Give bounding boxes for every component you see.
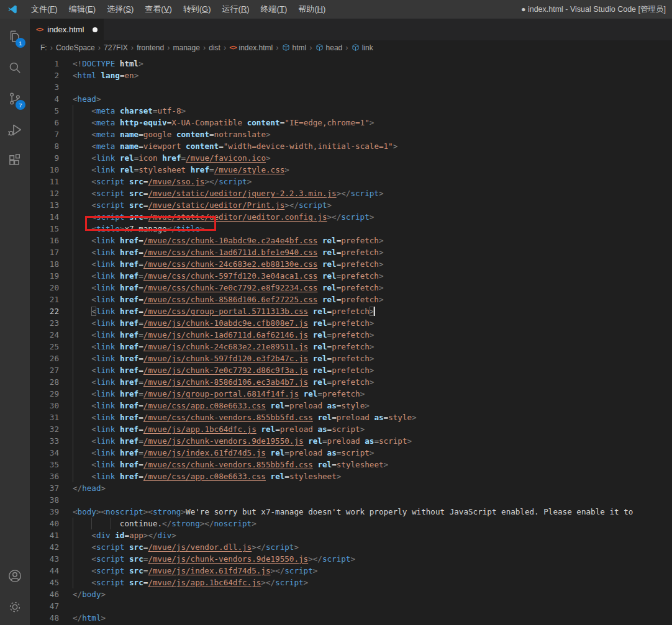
line-number-43[interactable]: 43 [30,553,59,565]
code-line-16[interactable]: 16 <link href=/mvue/css/chunk-10abdc9e.c… [30,235,672,246]
code-line-22[interactable]: 22 <link href=/mvue/css/group-portal.571… [30,305,672,317]
code-line-8[interactable]: 8 <meta name=viewport content="width=dev… [30,140,672,152]
menu-edit[interactable]: 编辑(E) [63,2,101,17]
code-line-9[interactable]: 9 <link rel=icon href=/mvue/favicon.ico> [30,152,672,164]
line-number-38[interactable]: 38 [30,494,59,506]
code-line-34[interactable]: 34 <link href=/mvue/js/index.61fd74d5.js… [30,447,672,459]
code-line-36[interactable]: 36 <link href=/mvue/css/app.c08e6633.css… [30,470,672,482]
line-number-44[interactable]: 44 [30,565,59,577]
code-line-15[interactable]: 15 <title>x7-manage</title> [30,223,672,235]
code-line-5[interactable]: 5 <meta charset=utf-8> [30,105,672,117]
line-number-26[interactable]: 26 [30,353,59,364]
line-number-32[interactable]: 32 [30,423,59,435]
code-line-13[interactable]: 13 <script src=/mvue/static/ueditor/Prin… [30,199,672,211]
code-line-18[interactable]: 18 <link href=/mvue/css/chunk-24c683e2.e… [30,258,672,270]
line-number-4[interactable]: 4 [30,93,59,105]
explorer-icon[interactable]: 1 [0,21,30,52]
code-line-38[interactable]: 38 [30,494,672,506]
line-number-25[interactable]: 25 [30,341,59,353]
line-number-28[interactable]: 28 [30,376,59,388]
code-line-11[interactable]: 11 <script src=/mvue/sso.js></script> [30,176,672,187]
line-number-24[interactable]: 24 [30,329,59,341]
menu-help[interactable]: 帮助(H) [293,2,331,17]
line-number-18[interactable]: 18 [30,258,59,270]
line-number-40[interactable]: 40 [30,518,59,529]
line-number-17[interactable]: 17 [30,246,59,258]
breadcrumb-segment-f[interactable]: F: [40,43,47,52]
line-number-34[interactable]: 34 [30,447,59,459]
code-line-30[interactable]: 30 <link href=/mvue/css/app.c08e6633.css… [30,400,672,411]
line-number-7[interactable]: 7 [30,128,59,140]
code-line-21[interactable]: 21 <link href=/mvue/css/chunk-8586d106.6… [30,294,672,305]
code-line-27[interactable]: 27 <link href=/mvue/js/chunk-7e0c7792.d8… [30,364,672,376]
breadcrumb-segment-head[interactable]: head [316,43,343,52]
code-line-25[interactable]: 25 <link href=/mvue/js/chunk-24c683e2.21… [30,341,672,353]
code-line-44[interactable]: 44 <script src=/mvue/js/index.61fd74d5.j… [30,565,672,577]
settings-gear-icon[interactable] [0,591,30,623]
line-number-14[interactable]: 14 [30,211,59,223]
code-line-37[interactable]: 37</head> [30,482,672,494]
code-line-46[interactable]: 46</body> [30,588,672,600]
code-line-31[interactable]: 31 <link href=/mvue/css/chunk-vendors.85… [30,411,672,423]
code-line-48[interactable]: 48</html> [30,612,672,624]
line-number-20[interactable]: 20 [30,282,59,294]
code-line-28[interactable]: 28 <link href=/mvue/js/chunk-8586d106.ec… [30,376,672,388]
line-number-3[interactable]: 3 [30,81,59,93]
line-number-22[interactable]: 22 [30,305,59,317]
line-number-31[interactable]: 31 [30,411,59,423]
line-number-48[interactable]: 48 [30,612,59,624]
line-number-47[interactable]: 47 [30,600,59,612]
line-number-23[interactable]: 23 [30,317,59,329]
code-line-1[interactable]: 1<!DOCTYPE html> [30,58,672,70]
tab-index-html[interactable]: <> index.html [30,19,104,40]
code-line-20[interactable]: 20 <link href=/mvue/css/chunk-7e0c7792.e… [30,282,672,294]
breadcrumb-segment-manage[interactable]: manage [173,43,200,52]
extensions-icon[interactable] [0,145,30,176]
line-number-19[interactable]: 19 [30,270,59,282]
line-number-10[interactable]: 10 [30,164,59,176]
line-number-36[interactable]: 36 [30,470,59,482]
line-number-11[interactable]: 11 [30,176,59,187]
line-number-2[interactable]: 2 [30,70,59,81]
code-line-7[interactable]: 7 <meta name=google content=notranslate> [30,128,672,140]
code-line-29[interactable]: 29 <link href=/mvue/js/group-portal.6814… [30,388,672,400]
menu-goto[interactable]: 转到(G) [178,2,217,17]
breadcrumb-segment-html[interactable]: html [282,43,307,52]
code-line-39[interactable]: 39<body><noscript><strong>We're sorry bu… [30,506,672,518]
breadcrumb-segment-dist[interactable]: dist [209,43,220,52]
line-number-33[interactable]: 33 [30,435,59,447]
code-line-2[interactable]: 2<html lang=en> [30,70,672,81]
code-line-26[interactable]: 26 <link href=/mvue/js/chunk-597fd120.e3… [30,353,672,364]
code-line-40[interactable]: 40 continue.</strong></noscript> [30,518,672,529]
code-line-4[interactable]: 4<head> [30,93,672,105]
code-line-42[interactable]: 42 <script src=/mvue/js/vendor.dll.js></… [30,541,672,553]
code-editor[interactable]: 1<!DOCTYPE html>2<html lang=en>34<head>5… [30,55,672,625]
line-number-1[interactable]: 1 [30,58,59,70]
code-line-12[interactable]: 12 <script src=/mvue/static/ueditor/jque… [30,187,672,199]
line-number-13[interactable]: 13 [30,199,59,211]
line-number-35[interactable]: 35 [30,459,59,470]
line-number-5[interactable]: 5 [30,105,59,117]
code-line-41[interactable]: 41 <div id=app></div> [30,529,672,541]
line-number-16[interactable]: 16 [30,235,59,246]
code-line-6[interactable]: 6 <meta http-equiv=X-UA-Compatible conte… [30,117,672,128]
breadcrumb-segment-codespace[interactable]: CodeSpace [56,43,95,52]
source-control-icon[interactable]: 7 [0,83,30,114]
code-line-17[interactable]: 17 <link href=/mvue/css/chunk-1ad6711d.b… [30,246,672,258]
line-number-39[interactable]: 39 [30,506,59,518]
code-line-24[interactable]: 24 <link href=/mvue/js/chunk-1ad6711d.6a… [30,329,672,341]
menu-selection[interactable]: 选择(S) [101,2,139,17]
code-line-19[interactable]: 19 <link href=/mvue/css/chunk-597fd120.3… [30,270,672,282]
code-line-43[interactable]: 43 <script src=/mvue/js/chunk-vendors.9d… [30,553,672,565]
line-number-45[interactable]: 45 [30,577,59,588]
code-line-10[interactable]: 10 <link rel=stylesheet href=/mvue/style… [30,164,672,176]
code-line-23[interactable]: 23 <link href=/mvue/js/chunk-10abdc9e.cf… [30,317,672,329]
code-line-33[interactable]: 33 <link href=/mvue/js/chunk-vendors.9de… [30,435,672,447]
line-number-42[interactable]: 42 [30,541,59,553]
breadcrumb-segment-frontend[interactable]: frontend [137,43,164,52]
run-debug-icon[interactable] [0,114,30,145]
line-number-8[interactable]: 8 [30,140,59,152]
line-number-30[interactable]: 30 [30,400,59,411]
line-number-9[interactable]: 9 [30,152,59,164]
code-line-47[interactable]: 47 [30,600,672,612]
